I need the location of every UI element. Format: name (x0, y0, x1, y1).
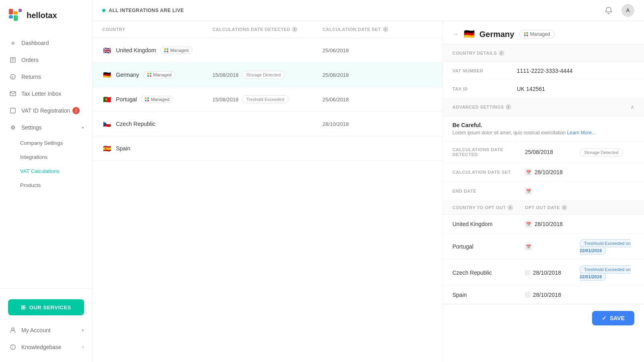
advanced-settings-section-header: ADVANCED SETTINGS i ∧ (443, 98, 644, 116)
country-cell: 🇵🇹 Portugal Managed (102, 95, 213, 104)
status-badge: Treshold Exceeded (242, 95, 289, 103)
sidebar-item-vat-id[interactable]: VAT ID Registration 2 (0, 102, 92, 119)
managed-icon (147, 72, 152, 77)
country-cell: 🇩🇪 Germany Managed (102, 70, 213, 80)
table-row[interactable]: 🇬🇧 United Kingdom Managed 25/06/2018 (93, 38, 442, 63)
opt-date-cz: 28/10/2018 (525, 269, 580, 276)
status-text: ALL INTEGRATIONS ARE LIVE (109, 8, 184, 13)
nav-menu: ≡ Dashboard Orders € Returns Tax Letter … (0, 31, 92, 288)
calc-date-detected-cell: 15/08/2018 Storage Detected (213, 71, 323, 79)
sidebar-item-dashboard[interactable]: ≡ Dashboard (0, 35, 92, 51)
opt-threshold-badge-cz: Treshhold Exceeded on 22/01/2019 (580, 265, 634, 280)
calendar-icon-pt[interactable]: 📅 (525, 243, 532, 250)
country-name: Portugal (116, 96, 137, 103)
tax-id-label: TAX ID (452, 86, 517, 91)
col-country: COUNTRY (102, 27, 213, 32)
sidebar-item-settings[interactable]: ⚙ Settings ▾ (0, 119, 92, 136)
adv-calc-date-set-field: CALCULATION DATE SET 📅 28/10/2018 (443, 163, 644, 182)
calc-date-set-cell: 25/06/2018 (322, 47, 433, 53)
calendar-icon[interactable]: 📅 (525, 169, 532, 176)
back-arrow-icon[interactable]: → (452, 31, 459, 38)
opt-out-header: COUNTRY TO OPT OUT i OPT OUT DATE i (443, 201, 644, 215)
panel-country-flag: 🇩🇪 (464, 29, 475, 39)
country-name: Czech Republic (116, 121, 155, 127)
vat-badge: 2 (72, 107, 80, 114)
opt-threshold-badge-pt: Treshhold Exceeded on 22/01/2019 (580, 239, 634, 254)
header-actions: A (602, 4, 634, 17)
sidebar-item-returns[interactable]: € Returns (0, 68, 92, 85)
calendar-icon-cz[interactable] (525, 270, 530, 276)
managed-badge: Managed (141, 96, 173, 103)
collapse-icon[interactable]: ∧ (630, 104, 634, 110)
learn-more-link[interactable]: Learn More... (567, 130, 596, 136)
svg-rect-17 (167, 48, 168, 50)
vat-id-icon (9, 107, 17, 114)
my-account-chevron: ▾ (82, 328, 84, 333)
svg-rect-25 (147, 97, 149, 99)
sidebar-item-label: Returns (21, 74, 41, 80)
user-avatar[interactable]: A (621, 4, 634, 17)
submenu-products[interactable]: Products (0, 178, 92, 192)
opt-country-name: Czech Republic (452, 269, 525, 276)
vat-number-field: VAT NUMBER 1111-2222-3333-4444 (443, 62, 644, 80)
table-row[interactable]: 🇩🇪 Germany Managed 15/08/2018 Storage De… (93, 63, 442, 87)
svg-rect-19 (167, 51, 168, 52)
es-flag: 🇪🇸 (102, 144, 112, 153)
opt-date-es: 28/10/2018 (525, 292, 580, 298)
notification-button[interactable] (602, 4, 615, 17)
returns-icon: € (9, 73, 17, 80)
table-row[interactable]: 🇨🇿 Czech Republic 28/10/2018 (93, 112, 442, 136)
opt-date-value: 28/10/2018 (533, 292, 561, 298)
logo[interactable]: hellotax (0, 0, 92, 31)
svg-text:€: € (12, 75, 14, 79)
svg-rect-27 (147, 100, 149, 101)
tax-letter-icon (9, 90, 17, 97)
svg-rect-20 (147, 73, 149, 74)
svg-rect-26 (145, 100, 147, 101)
end-date-value: 📅 (525, 187, 634, 195)
vat-number-label: VAT NUMBER (452, 68, 517, 73)
calendar-icon-uk[interactable]: 📅 (525, 220, 532, 228)
col-calc-detected: CALCULATIONS DATE DETECTED i (213, 27, 323, 32)
calendar-icon-es[interactable] (525, 292, 530, 298)
managed-label: Managed (151, 97, 169, 102)
sidebar-item-label: Knowledgebase (21, 344, 62, 350)
services-icon: ⊞ (21, 304, 26, 311)
svg-text:i: i (12, 346, 13, 350)
threshold-badge: Treshhold Exceeded on 22/01/2019 (580, 239, 631, 255)
svg-rect-12 (10, 108, 15, 113)
info-icon: i (292, 27, 297, 32)
adv-calc-detected-field: CALCULATIONS DATE DETECTED 25/08/2018 St… (443, 142, 644, 163)
sidebar-item-knowledgebase[interactable]: i Knowledgebase ↗ (0, 339, 92, 356)
tax-id-field: TAX ID UK 142561 (443, 80, 644, 98)
header-bar: ALL INTEGRATIONS ARE LIVE A (93, 0, 644, 21)
opt-date-uk: 📅 28/10/2018 (525, 220, 580, 228)
country-name: Germany (116, 72, 139, 78)
sidebar: hellotax ≡ Dashboard Orders € Returns Ta… (0, 0, 93, 362)
sidebar-item-orders[interactable]: Orders (0, 51, 92, 68)
save-button[interactable]: ✓ SAVE (592, 311, 634, 325)
table-row[interactable]: 🇵🇹 Portugal Managed 15/08/2018 Treshold … (93, 87, 442, 112)
calc-date-set-cell: 28/10/2018 (322, 121, 433, 127)
panel-managed-badge: Managed (519, 30, 555, 39)
sidebar-item-my-account[interactable]: My Account ▾ (0, 322, 92, 339)
calendar-icon-end[interactable]: 📅 (525, 187, 532, 195)
svg-rect-0 (9, 9, 13, 14)
submenu-vat-calc[interactable]: VAT Calculations (0, 164, 92, 178)
info-icon: i (506, 104, 511, 110)
svg-rect-4 (19, 9, 22, 12)
submenu-integrations[interactable]: Integrations (0, 150, 92, 164)
table-row[interactable]: 🇪🇸 Spain (93, 136, 442, 161)
save-label: SAVE (610, 315, 625, 321)
svg-rect-28 (524, 32, 526, 34)
sidebar-item-tax-letter[interactable]: Tax Letter Inbox (0, 85, 92, 102)
submenu-company-settings[interactable]: Company Settings (0, 136, 92, 150)
be-careful-title: Be Careful. (452, 122, 634, 128)
advanced-settings-title: ADVANCED SETTINGS i (452, 104, 511, 110)
svg-rect-3 (14, 15, 18, 21)
logo-text: hellotax (27, 11, 57, 20)
logo-icon (8, 8, 23, 23)
opt-date-value: 28/10/2018 (533, 269, 561, 276)
our-services-button[interactable]: ⊞ OUR SERVICES (8, 299, 84, 315)
content-area: COUNTRY CALCULATIONS DATE DETECTED i CAL… (93, 21, 644, 362)
